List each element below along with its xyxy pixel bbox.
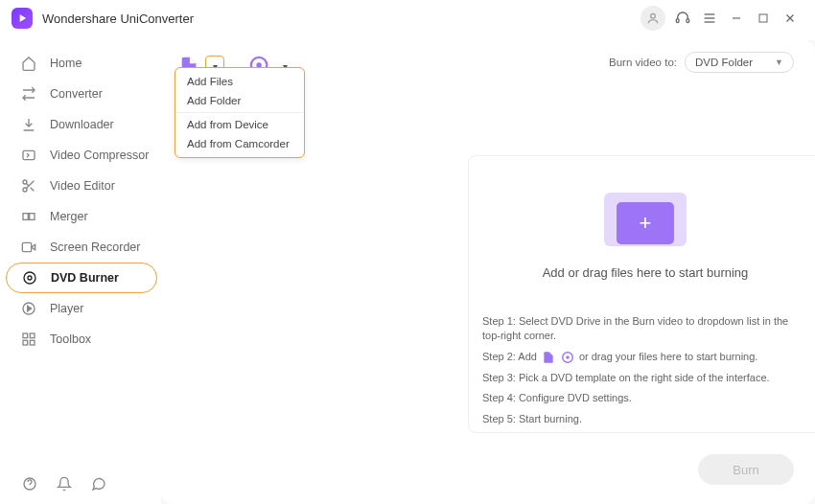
sidebar-item-label: Downloader — [50, 118, 114, 131]
burn-to-label: Burn video to: — [609, 57, 677, 68]
svg-rect-21 — [23, 340, 28, 345]
record-icon — [21, 240, 36, 255]
sidebar-item-merger[interactable]: Merger — [0, 201, 161, 232]
merge-icon — [21, 209, 36, 224]
support-icon[interactable] — [669, 5, 696, 32]
chevron-down-icon: ▼ — [775, 57, 783, 67]
sidebar-item-label: Converter — [50, 87, 103, 101]
home-icon — [21, 56, 36, 71]
svg-rect-20 — [30, 333, 35, 338]
sidebar-item-recorder[interactable]: Screen Recorder — [0, 232, 161, 263]
dropdown-add-folder[interactable]: Add Folder — [175, 91, 304, 110]
svg-rect-7 — [759, 14, 767, 22]
burn-to-value: DVD Folder — [695, 57, 753, 68]
svg-point-29 — [566, 355, 570, 359]
svg-rect-1 — [676, 19, 679, 23]
folder-plus-illustration: + — [597, 185, 693, 248]
step-2: Step 2: Add or drag your files here to s… — [482, 350, 808, 365]
sidebar-item-dvdburner[interactable]: DVD Burner — [6, 263, 157, 293]
svg-point-12 — [23, 188, 27, 192]
add-file-mini-icon — [541, 350, 556, 365]
sidebar-item-player[interactable]: Player — [0, 293, 161, 324]
step-4: Step 4: Configure DVD settings. — [482, 391, 808, 405]
svg-rect-19 — [23, 333, 28, 338]
burn-to-select[interactable]: DVD Folder ▼ — [685, 52, 794, 73]
sidebar-item-label: Video Compressor — [50, 149, 149, 162]
sidebar-item-label: Toolbox — [50, 332, 91, 346]
svg-point-17 — [28, 276, 32, 280]
sidebar-item-label: Home — [50, 57, 82, 70]
burn-to-group: Burn video to: DVD Folder ▼ — [609, 52, 794, 73]
sidebar-item-label: Merger — [50, 210, 88, 223]
sidebar-item-converter[interactable]: Converter — [0, 79, 161, 109]
chat-icon[interactable] — [90, 475, 107, 493]
svg-rect-13 — [23, 214, 28, 220]
titlebar: Wondershare UniConverter — [0, 0, 815, 36]
sidebar-item-label: Video Editor — [50, 179, 115, 193]
step-1: Step 1: Select DVD Drive in the Burn vid… — [482, 314, 808, 344]
drop-area[interactable]: + Add or drag files here to start burnin… — [468, 155, 815, 433]
dropdown-add-from-camcorder[interactable]: Add from Camcorder — [175, 134, 304, 153]
sidebar-item-label: DVD Burner — [51, 271, 119, 285]
sidebar-item-toolbox[interactable]: Toolbox — [0, 324, 161, 355]
menu-icon[interactable] — [696, 5, 723, 32]
play-icon — [21, 301, 36, 316]
app-logo — [12, 8, 33, 29]
app-title: Wondershare UniConverter — [42, 11, 194, 26]
svg-point-16 — [24, 272, 35, 284]
grid-icon — [21, 332, 36, 347]
help-icon[interactable] — [21, 475, 38, 493]
drop-text: Add or drag files here to start burning — [543, 265, 749, 280]
add-disc-mini-icon — [560, 350, 575, 365]
burn-button[interactable]: Burn — [698, 454, 794, 485]
bell-icon[interactable] — [56, 475, 73, 493]
converter-icon — [21, 86, 36, 102]
minimize-button[interactable] — [723, 5, 750, 32]
svg-rect-22 — [30, 340, 35, 345]
svg-point-0 — [651, 13, 656, 18]
sidebar-bottom — [0, 475, 107, 493]
add-dropdown-menu: Add Files Add Folder Add from Device Add… — [175, 67, 305, 158]
dropdown-separator — [175, 112, 304, 113]
svg-rect-2 — [687, 19, 689, 23]
sidebar: Home Converter Downloader Video Compress… — [0, 36, 161, 504]
step-5: Step 5: Start burning. — [482, 412, 808, 426]
svg-rect-14 — [30, 214, 35, 220]
sidebar-item-downloader[interactable]: Downloader — [0, 109, 161, 140]
svg-rect-15 — [22, 242, 31, 251]
compress-icon — [21, 148, 36, 163]
sidebar-item-editor[interactable]: Video Editor — [0, 171, 161, 201]
disc-icon — [22, 270, 37, 286]
steps-list: Step 1: Select DVD Drive in the Burn vid… — [469, 309, 815, 432]
dropdown-add-files[interactable]: Add Files — [175, 72, 304, 91]
step-3: Step 3: Pick a DVD template on the right… — [482, 371, 808, 385]
close-button[interactable] — [777, 5, 803, 32]
dropdown-add-from-device[interactable]: Add from Device — [175, 115, 304, 134]
scissors-icon — [21, 178, 36, 194]
sidebar-item-label: Player — [50, 302, 83, 315]
sidebar-item-label: Screen Recorder — [50, 241, 141, 254]
svg-point-11 — [23, 180, 27, 184]
user-icon[interactable] — [640, 6, 665, 31]
maximize-button[interactable] — [750, 5, 777, 32]
sidebar-item-compressor[interactable]: Video Compressor — [0, 140, 161, 171]
download-icon — [21, 117, 36, 132]
sidebar-item-home[interactable]: Home — [0, 48, 161, 79]
